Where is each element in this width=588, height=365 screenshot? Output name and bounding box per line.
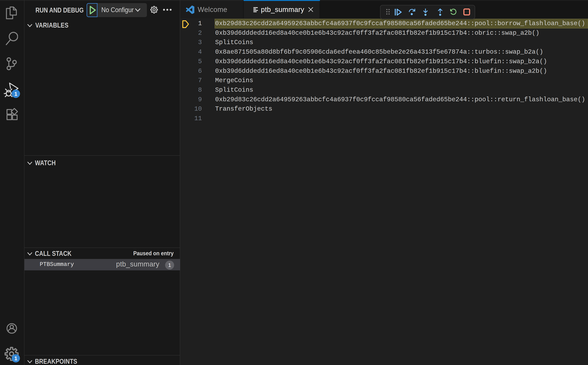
svg-text:1: 1: [14, 91, 17, 97]
svg-text:1: 1: [14, 355, 17, 361]
